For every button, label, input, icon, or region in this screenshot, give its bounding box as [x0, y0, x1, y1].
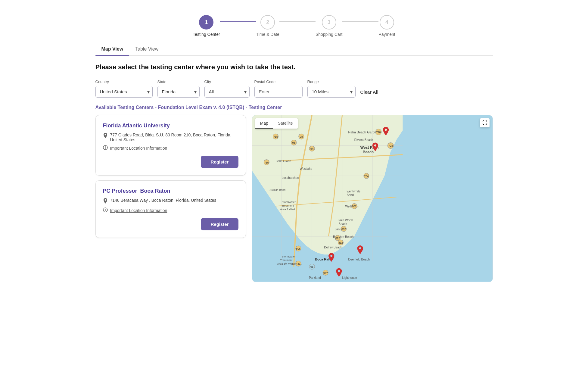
country-select-wrapper: United States	[95, 86, 153, 98]
state-select[interactable]: Florida	[157, 86, 200, 98]
svg-text:Lake Worth: Lake Worth	[338, 219, 353, 222]
card-1-info-row: i Important Location Information	[103, 145, 238, 151]
svg-text:Twentymile: Twentymile	[345, 190, 360, 193]
card-1-register-button[interactable]: Register	[201, 156, 238, 168]
country-select[interactable]: United States	[95, 86, 153, 98]
city-label: City	[204, 79, 250, 84]
svg-text:802: 802	[341, 228, 346, 231]
card-2-footer: Register	[103, 218, 238, 230]
card-1-address-row: 777 Glades Road, Bldg. S.U. 80 Room 210,…	[103, 132, 238, 142]
centers-header: Available Testing Centers - Foundation L…	[95, 105, 493, 110]
svg-text:704: 704	[364, 175, 369, 178]
svg-text:Parkland: Parkland	[309, 276, 321, 279]
svg-text:Treatment: Treatment	[282, 204, 294, 207]
info-icon-1: i	[103, 145, 108, 151]
svg-text:710: 710	[376, 131, 381, 134]
tab-table-view[interactable]: Table View	[129, 43, 164, 55]
svg-text:Riviera Beach: Riviera Beach	[354, 138, 373, 142]
step-1: 1 Testing Center	[193, 15, 220, 37]
svg-text:98: 98	[310, 148, 313, 151]
map-tab-map[interactable]: Map	[255, 118, 273, 129]
state-select-wrapper: Florida	[157, 86, 200, 98]
country-label: Country	[95, 79, 153, 84]
svg-text:i: i	[105, 146, 106, 149]
svg-text:Beach: Beach	[362, 150, 373, 154]
map-tab-satellite[interactable]: Satellite	[273, 118, 298, 129]
card-2-address-row: 7146 Beracasa Way , Boca Raton, Florida,…	[103, 198, 238, 204]
svg-text:Belle Glade: Belle Glade	[275, 160, 291, 163]
range-select[interactable]: 10 Miles	[307, 86, 356, 98]
svg-text:715: 715	[264, 161, 269, 164]
step-label-3: Shopping Cart	[316, 32, 343, 37]
step-circle-1: 1	[199, 15, 213, 30]
postal-filter-group: Postal Code	[254, 79, 303, 98]
step-label-2: Time & Date	[256, 32, 279, 37]
card-1-footer: Register	[103, 156, 238, 168]
info-icon-2: i	[103, 207, 108, 213]
connector-3-4	[342, 21, 378, 22]
connector-1-2	[220, 21, 256, 22]
svg-text:927: 927	[323, 272, 328, 275]
step-4: 4 Payment	[378, 15, 395, 37]
svg-text:441: 441	[296, 262, 300, 265]
map-panel: Palm Beach Gardens West Palm Beach Rivie…	[252, 115, 493, 282]
svg-text:Area 1 West: Area 1 West	[280, 208, 295, 211]
connector-2-3	[279, 21, 316, 22]
svg-text:Lighthouse: Lighthouse	[342, 276, 357, 279]
step-circle-4: 4	[380, 15, 394, 30]
postal-label: Postal Code	[254, 79, 303, 84]
country-filter-group: Country United States	[95, 79, 153, 98]
svg-text:98: 98	[300, 135, 303, 138]
svg-text:715: 715	[273, 135, 278, 138]
svg-text:703: 703	[388, 144, 393, 147]
card-1: Florida Atlantic University 777 Glades R…	[95, 115, 246, 176]
card-2: PC Professor_Boca Raton 7146 Beracasa Wa…	[95, 180, 246, 238]
map-tabs: Map Satellite	[255, 118, 298, 129]
svg-text:Beach: Beach	[338, 222, 347, 226]
card-1-info-link[interactable]: Important Location Information	[110, 146, 167, 151]
svg-text:Stormwater: Stormwater	[282, 255, 295, 258]
map-container[interactable]: Palm Beach Gardens West Palm Beach Rivie…	[252, 115, 493, 282]
view-tabs: Map View Table View	[95, 43, 493, 56]
svg-text:812: 812	[338, 241, 343, 244]
city-select[interactable]: All	[204, 86, 250, 98]
page-title: Please select the testing center where y…	[95, 63, 493, 71]
svg-text:Delray Beach: Delray Beach	[324, 246, 342, 249]
tab-map-view[interactable]: Map View	[95, 43, 129, 55]
main-content: Florida Atlantic University 777 Glades R…	[95, 115, 493, 282]
state-filter-group: State Florida	[157, 79, 200, 98]
city-filter-group: City All	[204, 79, 250, 98]
page-wrapper: 1 Testing Center 2 Time & Date 3 Shoppin…	[83, 0, 505, 288]
state-label: State	[157, 79, 200, 84]
svg-text:Stormwater: Stormwater	[282, 201, 295, 204]
card-2-info-link[interactable]: Important Location Information	[110, 208, 167, 213]
svg-text:806: 806	[296, 247, 300, 250]
step-3: 3 Shopping Cart	[316, 15, 343, 37]
svg-text:i: i	[105, 208, 106, 212]
svg-text:812: 812	[335, 237, 340, 240]
filters-row: Country United States State Florida City…	[95, 79, 493, 98]
step-label-4: Payment	[378, 32, 395, 37]
card-1-address: 777 Glades Road, Bldg. S.U. 80 Room 210,…	[110, 132, 238, 142]
fullscreen-button[interactable]: ⛶	[480, 118, 490, 127]
svg-text:Westlake: Westlake	[300, 167, 312, 170]
step-label-1: Testing Center	[193, 32, 220, 37]
clear-all-button[interactable]: Clear All	[360, 89, 378, 98]
card-2-info-row: i Important Location Information	[103, 207, 238, 213]
svg-text:98: 98	[292, 141, 295, 144]
location-icon-1	[103, 133, 108, 139]
card-2-title: PC Professor_Boca Raton	[103, 188, 238, 194]
step-circle-3: 3	[322, 15, 336, 30]
postal-input[interactable]	[254, 86, 303, 98]
location-icon-2	[103, 198, 108, 204]
range-filter-group: Range 10 Miles	[307, 79, 356, 98]
centers-header-exam: Foundation Level Exam v. 4.0 (ISTQB) - T…	[158, 105, 282, 110]
centers-header-prefix: Available Testing Centers -	[95, 105, 158, 110]
svg-text:95: 95	[310, 265, 313, 268]
svg-text:Loxahatchee: Loxahatchee	[282, 176, 299, 179]
stepper: 1 Testing Center 2 Time & Date 3 Shoppin…	[95, 6, 493, 43]
card-2-register-button[interactable]: Register	[201, 218, 238, 230]
cards-panel: Florida Atlantic University 777 Glades R…	[95, 115, 246, 282]
range-select-wrapper: 10 Miles	[307, 86, 356, 98]
city-select-wrapper: All	[204, 86, 250, 98]
